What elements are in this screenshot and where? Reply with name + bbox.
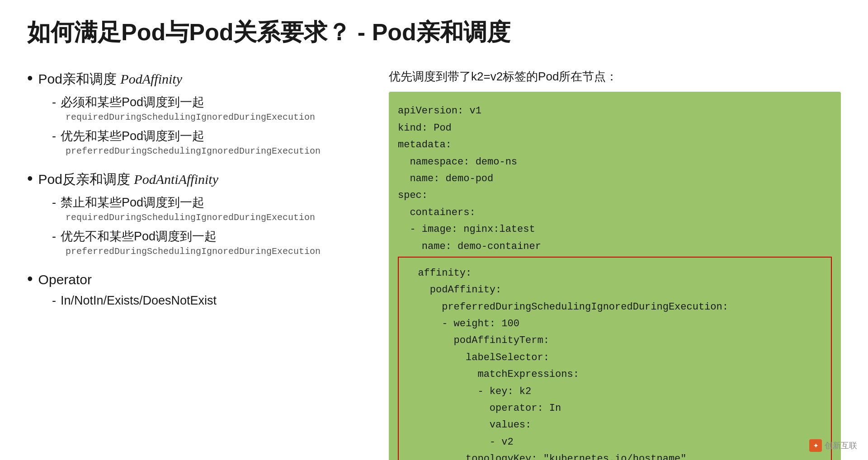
code-inner-lines: affinity: podAffinity: preferredDuringSc… [406, 265, 824, 460]
sub-item-detail-preferred-together: preferredDuringSchedulingIgnoredDuringEx… [66, 146, 362, 156]
bullet-main-text-pod-anti-affinity: Pod反亲和调度 PodAntiAffinity [38, 170, 218, 189]
sub-item-label-text-required-together: 必须和某些Pod调度到一起 [61, 94, 204, 110]
watermark-icon: ✦ [809, 439, 822, 452]
code-block-outer: apiVersion: v1 kind: Pod metadata: names… [389, 92, 841, 460]
watermark-label: 创新互联 [825, 440, 857, 451]
bullet-main-text-operator: Operator [38, 272, 92, 287]
bullet-main-italic-pod-anti-affinity: PodAntiAffinity [134, 172, 218, 187]
right-subtitle: 优先调度到带了k2=v2标签的Pod所在节点： [389, 69, 841, 84]
watermark: ✦ 创新互联 [809, 439, 857, 452]
sub-dash: - [52, 196, 56, 210]
bullet-dot: • [27, 269, 33, 288]
sub-item-detail-required-together: requiredDuringSchedulingIgnoredDuringExe… [66, 112, 362, 122]
sub-item-preferred-together: -优先和某些Pod调度到一起preferredDuringSchedulingI… [52, 128, 362, 156]
page-title: 如何满足Pod与Pod关系要求？ - Pod亲和调度 [27, 18, 841, 46]
sub-dash: - [52, 230, 56, 244]
sub-dash: - [52, 95, 56, 109]
code-top-lines: apiVersion: v1 kind: Pod metadata: names… [398, 103, 832, 255]
bullet-section-operator: •Operator-In/NotIn/Exists/DoesNotExist [27, 269, 362, 313]
right-panel: 优先调度到带了k2=v2标签的Pod所在节点： apiVersion: v1 k… [389, 69, 841, 460]
sub-item-label-text-operator-values: In/NotIn/Exists/DoesNotExist [61, 294, 217, 308]
sub-item-label-text-preferred-not-together: 优先不和某些Pod调度到一起 [61, 228, 217, 244]
page-container: 如何满足Pod与Pod关系要求？ - Pod亲和调度 •Pod亲和调度 PodA… [0, 0, 868, 460]
sub-item-label-text-preferred-together: 优先和某些Pod调度到一起 [61, 128, 204, 144]
bullet-dot: • [27, 69, 33, 88]
sub-item-preferred-not-together: -优先不和某些Pod调度到一起preferredDuringScheduling… [52, 228, 362, 257]
bullet-section-pod-affinity: •Pod亲和调度 PodAffinity-必须和某些Pod调度到一起requir… [27, 69, 362, 160]
sub-item-detail-forbidden-together: requiredDuringSchedulingIgnoredDuringExe… [66, 212, 362, 223]
left-panel: •Pod亲和调度 PodAffinity-必须和某些Pod调度到一起requir… [27, 69, 362, 460]
sub-item-forbidden-together: -禁止和某些Pod调度到一起requiredDuringSchedulingIg… [52, 194, 362, 223]
bullet-main-italic-pod-affinity: PodAffinity [120, 71, 182, 86]
sub-item-label-text-forbidden-together: 禁止和某些Pod调度到一起 [61, 194, 204, 211]
sub-dash: - [52, 129, 56, 143]
sub-item-operator-values: -In/NotIn/Exists/DoesNotExist [52, 294, 362, 310]
content-area: •Pod亲和调度 PodAffinity-必须和某些Pod调度到一起requir… [27, 69, 841, 460]
sub-dash: - [52, 294, 56, 308]
code-block-inner: affinity: podAffinity: preferredDuringSc… [398, 257, 832, 460]
sub-item-required-together: -必须和某些Pod调度到一起requiredDuringSchedulingIg… [52, 94, 362, 122]
bullet-section-pod-anti-affinity: •Pod反亲和调度 PodAntiAffinity-禁止和某些Pod调度到一起r… [27, 169, 362, 260]
bullet-main-text-pod-affinity: Pod亲和调度 PodAffinity [38, 70, 182, 89]
bullet-dot: • [27, 169, 33, 188]
sub-item-detail-preferred-not-together: preferredDuringSchedulingIgnoredDuringEx… [66, 246, 362, 257]
